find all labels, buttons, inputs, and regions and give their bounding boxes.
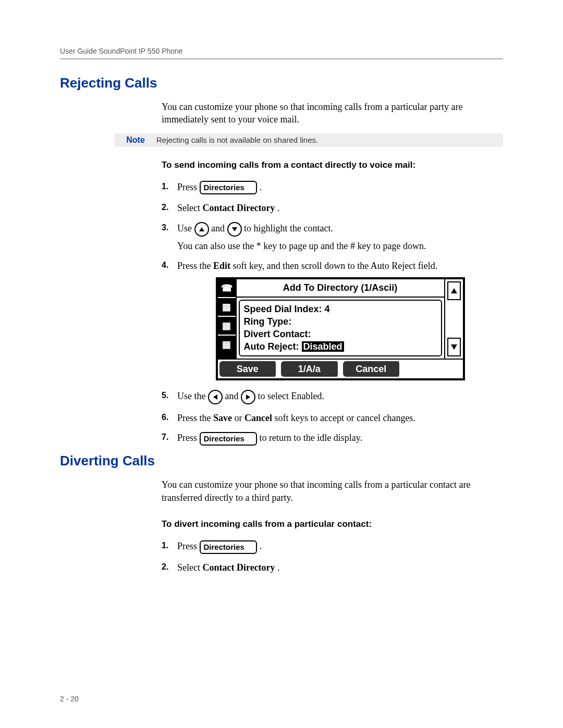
step-3-text-c: to highlight the contact.	[244, 223, 333, 233]
step-3-text-a: Use	[177, 223, 194, 233]
divert-step-2: Select Contact Directory .	[162, 561, 503, 574]
lcd-line-2: Ring Type:	[244, 315, 437, 328]
step-4-text-c: soft key, and then scroll down to the Au…	[233, 261, 438, 271]
lcd-line-3: Divert Contact:	[244, 328, 437, 340]
divert-step-2-text-a: Select	[177, 562, 202, 573]
lcd-body: Speed Dial Index: 4 Ring Type: Divert Co…	[239, 300, 442, 356]
step-2-text-c: .	[277, 203, 280, 213]
note-text: Rejecting calls is not available on shar…	[156, 135, 318, 144]
step-6-text-a: Press the	[177, 413, 213, 423]
divert-step-2-text-c: .	[277, 562, 280, 573]
section-title-diverting: Diverting Calls	[60, 453, 503, 469]
step-6-text-b: Save	[213, 413, 232, 423]
step-5-text-a: Use the	[177, 391, 208, 401]
directories-button-icon: Directories	[200, 432, 257, 446]
arrow-left-icon	[208, 390, 223, 404]
lcd-title: Add To Directory (1/Ascii)	[237, 279, 444, 297]
lcd-line-4: Auto Reject: Disabled	[244, 340, 437, 353]
step-6-text-d: Cancel	[244, 413, 272, 423]
rejecting-intro: You can customize your phone so that inc…	[162, 101, 503, 126]
lcd-scrollbar	[444, 279, 463, 358]
step-1: Press Directories .	[162, 181, 503, 195]
step-3-sub: You can also use the * key to page up an…	[177, 240, 503, 252]
directories-button-icon: Directories	[200, 540, 257, 554]
lcd-line-icon: ▦	[218, 298, 236, 317]
step-4-text-b: Edit	[213, 261, 230, 271]
step-5-text-c: to select Enabled.	[258, 391, 324, 401]
lcd-line-4-value: Disabled	[302, 341, 344, 352]
divert-step-2-text-b: Contact Directory	[202, 562, 275, 573]
lcd-line-icon: ▦	[218, 317, 236, 336]
step-5: Use the and to select Enabled.	[162, 390, 503, 404]
divert-step-1: Press Directories .	[162, 540, 503, 554]
section-title-rejecting: Rejecting Calls	[60, 75, 503, 91]
lcd-line-4-label: Auto Reject:	[244, 341, 299, 352]
divert-step-1-text-a: Press	[177, 541, 200, 551]
lcd-line-icon: ▦	[218, 336, 236, 353]
note-label: Note	[115, 135, 156, 145]
step-6: Press the Save or Cancel soft keys to ac…	[162, 412, 503, 424]
diverting-subhead: To divert incoming calls from a particul…	[162, 519, 503, 530]
step-6-text-e: soft keys to accept or cancel changes.	[275, 413, 415, 423]
step-2: Select Contact Directory .	[162, 202, 503, 214]
lcd-scroll-down-icon	[447, 338, 461, 356]
page-number: 2 - 20	[60, 695, 79, 703]
divert-step-1-text-b: .	[259, 541, 262, 551]
step-7-text-b: to return to the idle display.	[259, 433, 362, 443]
lcd-softkey-mode: 1/A/a	[281, 361, 340, 377]
step-4: Press the Edit soft key, and then scroll…	[162, 260, 503, 380]
lcd-left-icons: ☎ ▦ ▦ ▦	[218, 279, 237, 358]
step-7: Press Directories to return to the idle …	[162, 431, 503, 446]
note-box: Note Rejecting calls is not available on…	[115, 133, 503, 147]
step-5-text-b: and	[225, 391, 241, 401]
diverting-intro: You can customize your phone so that inc…	[162, 478, 503, 504]
step-2-text-a: Select	[177, 203, 202, 213]
lcd-softkey-save: Save	[219, 361, 278, 377]
lcd-line-1: Speed Dial Index: 4	[244, 303, 437, 315]
step-6-text-c: or	[235, 413, 245, 423]
rejecting-subhead: To send incoming calls from a contact di…	[162, 159, 503, 171]
step-2-text-b: Contact Directory	[202, 203, 275, 213]
phone-lcd-illustration: ☎ ▦ ▦ ▦ Add To Directory (1/Ascii) Speed…	[216, 277, 465, 380]
arrow-up-icon	[194, 222, 209, 237]
arrow-down-icon	[227, 222, 242, 237]
lcd-scroll-up-icon	[447, 281, 461, 300]
lcd-handset-icon: ☎	[218, 279, 236, 298]
step-1-text-a: Press	[177, 182, 200, 192]
lcd-softkey-blank	[405, 361, 461, 377]
lcd-softkey-row: Save 1/A/a Cancel	[218, 359, 463, 378]
arrow-right-icon	[241, 390, 255, 404]
page-header: User Guide SoundPoint IP 550 Phone	[60, 47, 503, 59]
step-3: Use and to highlight the contact. You ca…	[162, 222, 503, 252]
step-1-text-b: .	[259, 182, 262, 192]
step-3-text-b: and	[211, 223, 227, 233]
step-4-text-a: Press the	[177, 261, 213, 271]
directories-button-icon: Directories	[200, 181, 257, 194]
lcd-softkey-cancel: Cancel	[343, 361, 402, 377]
step-7-text-a: Press	[177, 433, 200, 443]
